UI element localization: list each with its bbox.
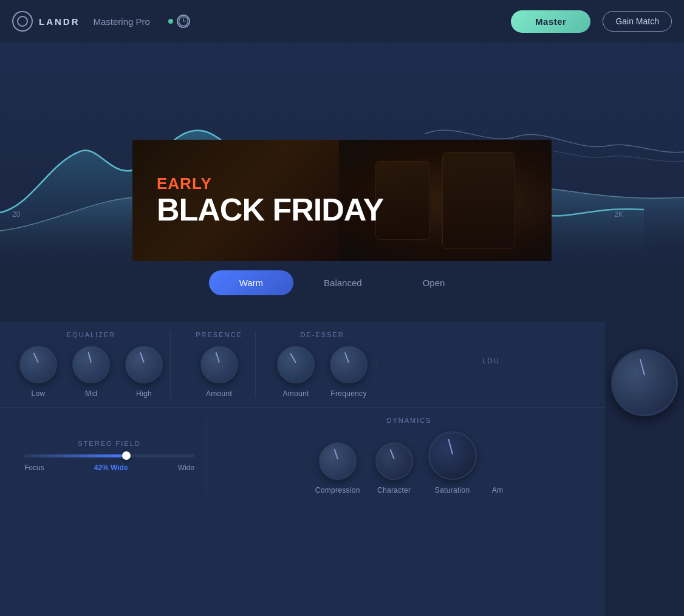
- freq-label-20: 20: [12, 210, 20, 219]
- gain-match-button[interactable]: Gain Match: [603, 11, 672, 32]
- saturation-label: Saturation: [435, 486, 470, 495]
- stereo-field-group: STEREO FIELD Focus 42% Wide Wide: [12, 440, 207, 472]
- de-esser-amount-knob[interactable]: [277, 346, 315, 383]
- de-esser-freq-label: Frequency: [330, 389, 366, 398]
- de-esser-amount-label: Amount: [282, 389, 309, 398]
- eq-knobs: Low Mid High: [19, 346, 163, 398]
- stereo-slider-row: Focus 42% Wide Wide: [6, 454, 213, 472]
- amount-partial-label: Am: [492, 486, 504, 495]
- mid-knob-indicator: [87, 352, 92, 363]
- high-knob-container: High: [125, 346, 163, 398]
- low-label: Low: [32, 389, 46, 398]
- saturation-container: Saturation: [428, 431, 477, 495]
- clock-icon: [177, 15, 190, 28]
- eq-row: EQUALIZER Low Mid: [0, 322, 605, 408]
- loudness-label: LOU: [476, 357, 506, 364]
- promo-line2: BLACK FRIDAY: [157, 193, 552, 227]
- promo-background: EARLY BLACK FRIDAY: [132, 140, 552, 261]
- presence-amount-knob[interactable]: [200, 346, 238, 383]
- presence-group: PRESENCE Amount: [170, 331, 255, 398]
- logo-inner-circle: [17, 16, 28, 27]
- status-dot: [168, 19, 173, 24]
- low-knob-container: Low: [19, 346, 57, 398]
- de-esser-freq-knob[interactable]: [330, 346, 368, 383]
- wide-label: Wide: [178, 464, 194, 472]
- master-button[interactable]: Master: [511, 10, 590, 33]
- de-esser-freq-container: Frequency: [330, 346, 368, 398]
- dynamics-section: DYNAMICS Compression Character: [207, 417, 593, 495]
- mid-knob-container: Mid: [72, 346, 110, 398]
- character-indicator: [389, 449, 395, 459]
- saturation-indicator: [448, 439, 453, 455]
- logo-area: LANDR Mastering Pro: [12, 11, 150, 32]
- compression-indicator: [333, 449, 338, 460]
- stereo-field-label: STEREO FIELD: [72, 440, 146, 447]
- dynamics-label: DYNAMICS: [380, 417, 437, 424]
- stereo-slider-fill: [24, 454, 126, 457]
- high-knob[interactable]: [125, 346, 163, 383]
- equalizer-group: EQUALIZER Low Mid: [12, 331, 170, 398]
- presence-amount-container: Amount: [200, 346, 238, 398]
- tab-balanced[interactable]: Balanced: [293, 270, 392, 295]
- low-knob[interactable]: [19, 346, 57, 383]
- low-knob-indicator: [33, 352, 38, 363]
- clock-area: [168, 15, 190, 28]
- logo-icon: [12, 11, 33, 32]
- mid-label: Mid: [85, 389, 97, 398]
- presence-knobs: Amount: [200, 346, 238, 398]
- compression-label: Compression: [315, 486, 360, 495]
- de-esser-amount-container: Amount: [277, 346, 315, 398]
- bottom-section: STEREO FIELD Focus 42% Wide Wide DYNAMIC…: [0, 408, 605, 504]
- character-container: Character: [375, 442, 413, 495]
- stereo-slider-thumb[interactable]: [122, 451, 131, 460]
- tab-open[interactable]: Open: [392, 270, 476, 295]
- compression-knob[interactable]: [319, 442, 357, 480]
- presence-label: PRESENCE: [190, 331, 248, 338]
- de-esser-label: DE-ESSER: [294, 331, 350, 338]
- high-label: High: [136, 389, 152, 398]
- stereo-slider-labels: Focus 42% Wide Wide: [24, 464, 194, 472]
- big-knob-area: [605, 322, 684, 443]
- presence-amount-label: Amount: [206, 389, 232, 398]
- mid-knob[interactable]: [72, 346, 110, 383]
- app-title: Mastering Pro: [94, 16, 150, 27]
- loudness-partial: LOU: [377, 357, 593, 372]
- tab-warm[interactable]: Warm: [209, 270, 293, 295]
- de-esser-amount-indicator: [290, 353, 296, 363]
- dynamics-knobs: Compression Character Saturation Am: [315, 431, 504, 495]
- promo-line1: EARLY: [157, 174, 552, 193]
- big-knob-indicator: [640, 359, 645, 376]
- stereo-slider-track[interactable]: [24, 454, 194, 457]
- saturation-knob[interactable]: [428, 431, 477, 480]
- character-knob[interactable]: [375, 442, 413, 480]
- equalizer-label: EQUALIZER: [61, 331, 121, 338]
- character-tabs: Warm Balanced Open: [190, 270, 494, 295]
- de-esser-knobs: Amount Frequency: [277, 346, 368, 398]
- stereo-value: 42% Wide: [94, 464, 128, 472]
- promo-banner[interactable]: EARLY BLACK FRIDAY: [132, 140, 552, 261]
- focus-label: Focus: [24, 464, 44, 472]
- character-label: Character: [377, 486, 411, 495]
- freq-label-2k: 2K: [614, 210, 623, 219]
- compression-container: Compression: [315, 442, 360, 495]
- de-esser-freq-indicator: [344, 352, 349, 363]
- presence-knob-indicator: [215, 352, 219, 363]
- amount-partial-container: Am: [492, 486, 504, 495]
- de-esser-group: DE-ESSER Amount Frequency: [255, 331, 377, 398]
- main-controls: EQUALIZER Low Mid: [0, 322, 605, 616]
- header: LANDR Mastering Pro Master Gain Match: [0, 0, 684, 43]
- high-knob-indicator: [140, 352, 145, 363]
- big-right-knob[interactable]: [611, 349, 678, 416]
- logo-text: LANDR: [39, 16, 80, 27]
